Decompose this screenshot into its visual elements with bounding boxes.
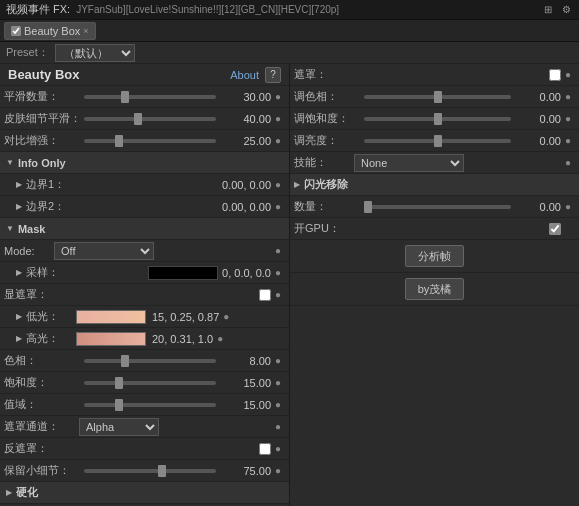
- smooth-detail-slider[interactable]: [84, 469, 216, 473]
- gpu-checkbox[interactable]: [549, 223, 561, 235]
- hardening-triangle: ▶: [6, 488, 12, 497]
- tab-close[interactable]: ×: [83, 26, 88, 36]
- val-label: 值域：: [4, 397, 84, 412]
- highlight-swatch[interactable]: [76, 332, 146, 346]
- title-icons: ⊞ ⚙: [541, 3, 573, 17]
- smooth-amount-row: 平滑数量： 30.00 ●: [0, 86, 289, 108]
- contrast-row: 对比增强： 25.00 ●: [0, 130, 289, 152]
- border2-icon[interactable]: ●: [271, 201, 285, 212]
- grid-icon[interactable]: ⊞: [541, 3, 555, 17]
- adj-sat-label: 调饱和度：: [294, 111, 364, 126]
- by-button[interactable]: by茂橘: [405, 278, 465, 300]
- border1-triangle: ▶: [16, 180, 22, 189]
- border1-icon[interactable]: ●: [271, 179, 285, 190]
- val-slider-container: [84, 399, 216, 411]
- skin-detail-slider[interactable]: [84, 117, 216, 121]
- sat-value: 15.00: [216, 377, 271, 389]
- sat-slider-container: [84, 377, 216, 389]
- technique-select[interactable]: None Option1 Option2: [354, 154, 464, 172]
- sat-icon[interactable]: ●: [271, 377, 285, 388]
- right-mask-icon[interactable]: ●: [561, 69, 575, 80]
- panel-title: Beauty Box: [8, 67, 230, 82]
- adj-hue-row: 调色相： 0.00 ●: [290, 86, 579, 108]
- tab-checkbox[interactable]: [11, 26, 21, 36]
- mask-title: Mask: [18, 223, 46, 235]
- tab-bar: Beauty Box ×: [0, 20, 579, 42]
- show-mask-icon[interactable]: ●: [271, 289, 285, 300]
- right-mask-checkbox[interactable]: [549, 69, 561, 81]
- border1-label: 边界1：: [26, 177, 222, 192]
- contrast-icon[interactable]: ●: [271, 135, 285, 146]
- tab-beautybox[interactable]: Beauty Box ×: [4, 22, 96, 40]
- adj-sat-icon[interactable]: ●: [561, 113, 575, 124]
- flash-amount-icon[interactable]: ●: [561, 201, 575, 212]
- adj-hue-slider[interactable]: [364, 95, 511, 99]
- show-mask-checkbox[interactable]: [259, 289, 271, 301]
- border2-value: 0.00, 0.00: [222, 201, 271, 213]
- border2-label: 边界2：: [26, 199, 222, 214]
- flash-amount-slider[interactable]: [364, 205, 511, 209]
- title-bar: 视频事件 FX: JYFanSub][LoveLive!Sunshine!!][…: [0, 0, 579, 20]
- sat-slider[interactable]: [84, 381, 216, 385]
- mask-header[interactable]: ▼ Mask: [0, 218, 289, 240]
- smooth-amount-slider[interactable]: [84, 95, 216, 99]
- hue-slider[interactable]: [84, 359, 216, 363]
- info-only-header[interactable]: ▼ Info Only: [0, 152, 289, 174]
- contrast-slider-container: [84, 135, 216, 147]
- flash-header[interactable]: ▶ 闪光移除: [290, 174, 579, 196]
- about-link[interactable]: About: [230, 69, 259, 81]
- hue-slider-container: [84, 355, 216, 367]
- val-icon[interactable]: ●: [271, 399, 285, 410]
- help-button[interactable]: ?: [265, 67, 281, 83]
- hardening-header[interactable]: ▶ 硬化: [0, 482, 289, 504]
- flash-amount-slider-container: [364, 205, 511, 209]
- sample-triangle: ▶: [16, 268, 22, 277]
- smooth-detail-row: 保留小细节： 75.00 ●: [0, 460, 289, 482]
- hue-row: 色相： 8.00 ●: [0, 350, 289, 372]
- title-prefix: 视频事件 FX:: [6, 2, 70, 17]
- smooth-amount-value: 30.00: [216, 91, 271, 103]
- skin-detail-slider-container: [84, 113, 216, 125]
- info-only-triangle: ▼: [6, 158, 14, 167]
- adj-hue-icon[interactable]: ●: [561, 91, 575, 102]
- val-slider[interactable]: [84, 403, 216, 407]
- lowlight-swatch[interactable]: [76, 310, 146, 324]
- right-panel: 遮罩： ● 调色相： 0.00 ● 调饱和度： 0.00 ● 调亮度：: [290, 64, 579, 506]
- adj-sat-slider-container: [364, 117, 511, 121]
- mask-mode-select[interactable]: Off On Inverted: [54, 242, 154, 260]
- invert-mask-icon[interactable]: ●: [271, 443, 285, 454]
- contrast-slider[interactable]: [84, 139, 216, 143]
- channel-label: 遮罩通道：: [4, 419, 79, 434]
- preset-bar: Preset： （默认）: [0, 42, 579, 64]
- adj-bright-icon[interactable]: ●: [561, 135, 575, 146]
- technique-label: 技能：: [294, 155, 354, 170]
- skin-detail-icon[interactable]: ●: [271, 113, 285, 124]
- smooth-detail-slider-container: [84, 465, 216, 477]
- settings-icon[interactable]: ⚙: [559, 3, 573, 17]
- smooth-detail-icon[interactable]: ●: [271, 465, 285, 476]
- smooth-amount-icon[interactable]: ●: [271, 91, 285, 102]
- hue-icon[interactable]: ●: [271, 355, 285, 366]
- highlight-value: 20, 0.31, 1.0: [152, 333, 213, 345]
- hue-label: 色相：: [4, 353, 84, 368]
- left-panel: Beauty Box About ? 平滑数量： 30.00 ● 皮肤细节平滑：…: [0, 64, 290, 506]
- title-filename: JYFanSub][LoveLive!Sunshine!!][12][GB_CN…: [76, 4, 339, 15]
- highlight-icon[interactable]: ●: [213, 333, 227, 344]
- channel-icon[interactable]: ●: [271, 421, 285, 432]
- sat-label: 饱和度：: [4, 375, 84, 390]
- analyze-button[interactable]: 分析帧: [405, 245, 464, 267]
- lowlight-icon[interactable]: ●: [219, 311, 233, 322]
- mask-mode-icon[interactable]: ●: [271, 245, 285, 256]
- main-content: Beauty Box About ? 平滑数量： 30.00 ● 皮肤细节平滑：…: [0, 64, 579, 506]
- preset-select[interactable]: （默认）: [55, 44, 135, 62]
- technique-icon[interactable]: ●: [561, 157, 575, 168]
- highlight-label: 高光：: [26, 331, 76, 346]
- sat-row: 饱和度： 15.00 ●: [0, 372, 289, 394]
- smooth-detail-label: 保留小细节：: [4, 463, 84, 478]
- sample-color[interactable]: [148, 266, 218, 280]
- adj-bright-slider[interactable]: [364, 139, 511, 143]
- sample-icon[interactable]: ●: [271, 267, 285, 278]
- adj-sat-slider[interactable]: [364, 117, 511, 121]
- invert-mask-checkbox[interactable]: [259, 443, 271, 455]
- channel-select[interactable]: Alpha Red Green Blue: [79, 418, 159, 436]
